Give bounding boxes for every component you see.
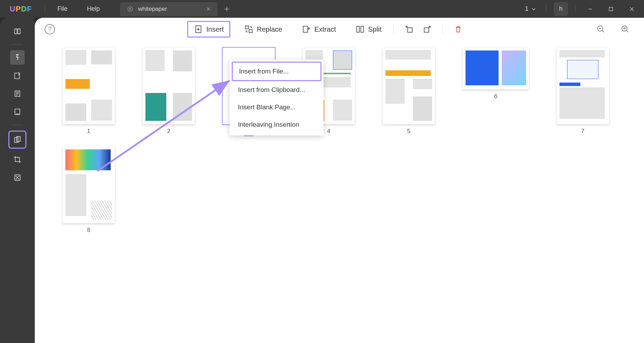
zoom-out-button[interactable] <box>595 24 606 35</box>
insert-dropdown: Insert from File... Insert from Clipboar… <box>230 60 324 135</box>
page-number: 1 <box>87 128 90 135</box>
page-number: 2 <box>167 128 170 135</box>
page-number: 8 <box>87 227 90 234</box>
extract-icon <box>302 25 311 34</box>
organize-toolbar: ? Insert Replace Extract Split <box>35 18 644 41</box>
divider <box>45 5 45 13</box>
toolbar-separator <box>393 24 394 34</box>
chevron-down-icon <box>531 7 536 11</box>
insert-icon <box>194 25 203 34</box>
document-tab[interactable]: whitepaper <box>120 2 217 16</box>
app-logo: UPDF <box>0 5 42 14</box>
close-button[interactable] <box>622 0 641 18</box>
svg-rect-11 <box>303 26 308 32</box>
interleaving-insertion-item[interactable]: Interleaving Insertion <box>232 116 321 133</box>
svg-rect-2 <box>15 73 19 79</box>
zoom-in-button[interactable] <box>620 24 631 35</box>
menu-file[interactable]: File <box>48 5 77 13</box>
svg-rect-14 <box>407 28 412 32</box>
page-grid: 1 2 3 <box>35 41 644 241</box>
sidebar-pages-button[interactable] <box>10 86 25 101</box>
svg-rect-1 <box>609 7 613 11</box>
rotate-left-button[interactable] <box>404 24 415 35</box>
page-thumbnail-5[interactable]: 5 <box>383 48 435 136</box>
toolbar-separator <box>443 24 443 34</box>
extract-button[interactable]: Extract <box>296 22 341 37</box>
tab-close-button[interactable] <box>206 6 211 12</box>
minimize-button[interactable] <box>581 0 599 18</box>
sidebar-crop-button[interactable] <box>10 152 25 167</box>
sidebar-reader-button[interactable] <box>10 24 25 39</box>
maximize-button[interactable] <box>602 0 620 18</box>
split-icon <box>356 25 365 34</box>
rotate-right-button[interactable] <box>422 24 433 35</box>
svg-rect-13 <box>361 26 364 32</box>
delete-button[interactable] <box>453 24 464 35</box>
workspace: ? Insert Replace Extract Split <box>0 18 644 343</box>
page-number: 7 <box>581 128 584 135</box>
svg-rect-12 <box>357 26 359 32</box>
divider <box>575 5 576 13</box>
replace-button[interactable]: Replace <box>239 22 288 37</box>
menu-help[interactable]: Help <box>77 5 110 13</box>
insert-button[interactable]: Insert <box>187 21 230 38</box>
titlebar: UPDF File Help whitepaper 1 h <box>0 0 644 18</box>
page-thumbnail-1[interactable]: 1 <box>63 48 115 136</box>
tab-title: whitepaper <box>138 6 206 13</box>
left-sidebar <box>0 18 35 343</box>
svg-rect-9 <box>245 26 248 29</box>
page-thumbnail-7[interactable]: 7 <box>557 48 609 136</box>
document-icon <box>127 6 133 12</box>
sidebar-organize-pages-button[interactable] <box>8 131 26 149</box>
sidebar-edit-button[interactable] <box>10 68 25 83</box>
page-thumbnail-6[interactable]: 6 <box>463 48 529 136</box>
insert-from-file-item[interactable]: Insert from File... <box>232 62 321 81</box>
page-number: 6 <box>494 93 497 100</box>
page-thumbnail-8[interactable]: 8 <box>63 147 115 234</box>
insert-blank-page-item[interactable]: Insert Blank Page... <box>232 99 321 116</box>
replace-icon <box>244 25 253 34</box>
sidebar-redact-button[interactable] <box>10 170 25 185</box>
main-panel: ? Insert Replace Extract Split <box>35 18 644 343</box>
new-tab-button[interactable] <box>224 6 230 12</box>
page-number: 4 <box>327 128 330 135</box>
split-button[interactable]: Split <box>350 22 387 37</box>
sidebar-separator <box>13 125 22 125</box>
svg-rect-15 <box>424 28 429 32</box>
help-button[interactable]: ? <box>45 24 55 34</box>
page-number: 5 <box>407 128 410 135</box>
svg-rect-10 <box>249 30 252 33</box>
sidebar-comment-button[interactable] <box>10 50 25 65</box>
user-avatar[interactable]: h <box>554 2 568 16</box>
zoom-controls <box>592 24 634 35</box>
sidebar-separator <box>13 44 22 45</box>
divider <box>546 5 546 13</box>
insert-from-clipboard-item[interactable]: Insert from Clipboard... <box>232 81 321 99</box>
page-indicator[interactable]: 1 <box>520 5 541 13</box>
titlebar-right: 1 h <box>520 0 644 18</box>
page-thumbnail-2[interactable]: 2 <box>143 48 195 136</box>
sidebar-form-button[interactable] <box>10 104 25 119</box>
